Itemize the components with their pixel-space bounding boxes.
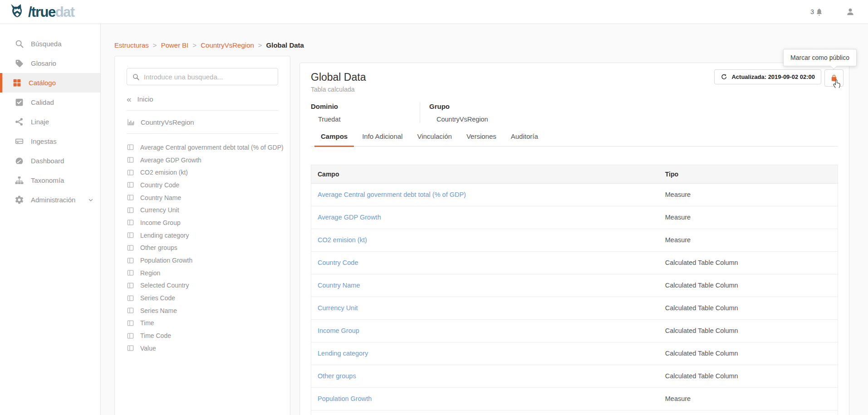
tab-info-adicional[interactable]: Info Adicional xyxy=(356,132,409,147)
bar-chart-icon xyxy=(127,118,135,126)
field-link[interactable]: CO2 emision (kt) xyxy=(318,236,367,244)
sidebar-item-ingestas[interactable]: Ingestas xyxy=(0,132,100,151)
campo-cell: Country Code xyxy=(311,252,659,274)
table-columns-icon xyxy=(127,156,134,164)
table-row: Currency UnitCalculated Table Column xyxy=(311,297,838,320)
field-item-income-group[interactable]: Income Group xyxy=(127,216,278,229)
table-row: Lending categoryCalculated Table Column xyxy=(311,342,838,365)
table-columns-icon xyxy=(127,319,134,327)
chevron-down-icon xyxy=(88,197,94,203)
truedat-logo[interactable]: /truedat xyxy=(8,4,74,20)
breadcrumb-separator: > xyxy=(192,41,196,49)
divider xyxy=(127,133,278,134)
check-square-icon xyxy=(15,98,24,107)
field-item-label: Series Name xyxy=(140,307,177,314)
breadcrumb-link-power-bi[interactable]: Power BI xyxy=(161,41,189,49)
sidebar-item-glosario[interactable]: Glosario xyxy=(0,54,100,73)
notification-count: 3 xyxy=(810,8,814,15)
sidebar-item-taxonomia[interactable]: Taxonomía xyxy=(0,171,100,190)
sidebar-item-administracion[interactable]: Administración xyxy=(0,190,100,210)
structure-detail-card: Global Data Tabla calculada Actualizada:… xyxy=(299,63,849,415)
field-item-time-code[interactable]: Time Code xyxy=(127,329,278,342)
meta-grupo: GrupoCountryVsRegion xyxy=(420,103,497,123)
search-icon xyxy=(132,73,140,81)
field-item-value[interactable]: Value xyxy=(127,342,278,355)
field-item-country-name[interactable]: Country Name xyxy=(127,191,278,204)
field-item-population-growth[interactable]: Population Growth xyxy=(127,254,278,267)
field-link[interactable]: Average Central government debt total (%… xyxy=(318,191,466,198)
owl-logo-icon xyxy=(8,4,26,20)
field-item-co2-emision-kt-[interactable]: CO2 emision (kt) xyxy=(127,166,278,179)
field-item-series-code[interactable]: Series Code xyxy=(127,292,278,304)
search-input[interactable] xyxy=(144,73,273,81)
field-link[interactable]: Currency Unit xyxy=(318,304,358,312)
field-item-average-central-government-debt-total-of-gdp-[interactable]: Average Central government debt total (%… xyxy=(127,141,278,154)
campo-cell: Income Group xyxy=(311,320,659,342)
meta-dominio: DominioTruedat xyxy=(311,103,420,123)
breadcrumb-link-estructuras[interactable]: Estructuras xyxy=(114,41,149,49)
field-item-time[interactable]: Time xyxy=(127,317,278,330)
bell-icon xyxy=(815,8,824,16)
logo-text-primary: /true xyxy=(28,4,55,20)
sidebar-item-label: Calidad xyxy=(31,98,54,106)
sidebar-item-busqueda[interactable]: Búsqueda xyxy=(0,34,100,54)
logo-text-secondary: dat xyxy=(55,4,74,20)
tab-campos[interactable]: Campos xyxy=(314,132,354,147)
tag-icon xyxy=(15,59,24,68)
field-item-series-name[interactable]: Series Name xyxy=(127,304,278,317)
field-item-selected-country[interactable]: Selected Country xyxy=(127,279,278,292)
field-link[interactable]: Population Growth xyxy=(318,395,372,402)
updated-button[interactable]: Actualizada: 2019-09-02 02:00 xyxy=(714,69,821,84)
sidebar-item-label: Búsqueda xyxy=(31,40,62,48)
table-columns-icon xyxy=(127,307,134,314)
tab-versiones[interactable]: Versiones xyxy=(460,132,503,147)
tab-auditoria[interactable]: Auditoría xyxy=(505,132,544,147)
table-columns-icon xyxy=(127,344,134,352)
field-link[interactable]: Country Code xyxy=(318,259,358,266)
field-item-country-code[interactable]: Country Code xyxy=(127,179,278,191)
parent-structure-item[interactable]: CountryVsRegion xyxy=(127,118,278,126)
notifications-button[interactable]: 3 xyxy=(810,8,824,16)
search-icon xyxy=(15,39,24,49)
table-columns-icon xyxy=(127,206,134,214)
field-item-other-groups[interactable]: Other groups xyxy=(127,242,278,254)
share-icon xyxy=(15,117,24,127)
campo-cell: CO2 emision (kt) xyxy=(311,229,659,252)
back-to-home[interactable]: « Inicio xyxy=(127,95,278,103)
sitemap-icon xyxy=(15,176,24,185)
tipo-cell: Measure xyxy=(659,229,838,252)
sidebar-item-linaje[interactable]: Linaje xyxy=(0,112,100,132)
field-link[interactable]: Average GDP Growth xyxy=(318,214,381,221)
breadcrumb-separator: > xyxy=(153,41,157,49)
sidebar: BúsquedaGlosarioCatálogoCalidadLinajeIng… xyxy=(0,24,101,415)
tipo-cell: Measure xyxy=(659,388,838,410)
sidebar-item-dashboard[interactable]: Dashboard xyxy=(0,151,100,171)
field-link[interactable]: Other groups xyxy=(318,372,356,380)
field-item-average-gdp-growth[interactable]: Average GDP Growth xyxy=(127,154,278,166)
field-link[interactable]: Lending category xyxy=(318,350,368,357)
user-menu-button[interactable] xyxy=(845,7,855,17)
field-item-lending-category[interactable]: Lending category xyxy=(127,229,278,242)
sidebar-item-catalogo[interactable]: Catálogo xyxy=(0,73,100,93)
fields-table: Campo Tipo Average Central government de… xyxy=(311,165,838,415)
sidebar-item-label: Dashboard xyxy=(31,157,64,165)
sidebar-item-label: Administración xyxy=(31,196,75,204)
divider xyxy=(127,110,278,111)
field-item-label: CO2 emision (kt) xyxy=(140,169,188,176)
field-link[interactable]: Income Group xyxy=(318,327,359,334)
field-item-label: Population Growth xyxy=(140,257,192,264)
confidential-toggle-button[interactable] xyxy=(824,69,843,87)
tab-vinculacion[interactable]: Vinculación xyxy=(411,132,458,147)
field-item-label: Region xyxy=(140,269,160,277)
table-row: Average Central government debt total (%… xyxy=(311,184,838,206)
field-item-currency-unit[interactable]: Currency Unit xyxy=(127,204,278,216)
breadcrumb-link-countryvsregion[interactable]: CountryVsRegion xyxy=(201,41,254,49)
field-item-region[interactable]: Region xyxy=(127,267,278,279)
table-row: CO2 emision (kt)Measure xyxy=(311,229,838,252)
sidebar-item-calidad[interactable]: Calidad xyxy=(0,93,100,112)
grid-icon xyxy=(12,78,22,88)
field-item-label: Time xyxy=(140,319,154,327)
back-label: Inicio xyxy=(137,95,153,103)
field-link[interactable]: Country Name xyxy=(318,282,360,289)
tipo-cell: Calculated Table Column xyxy=(659,297,838,320)
